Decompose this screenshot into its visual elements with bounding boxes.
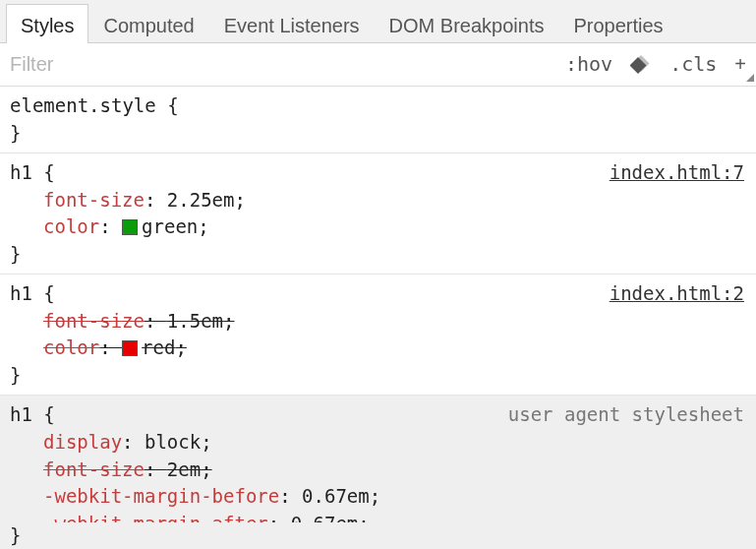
css-declaration[interactable]: font-size: 2.25em;	[10, 187, 746, 214]
css-rule[interactable]: element.style {}	[0, 87, 756, 153]
styles-tabs: Styles Computed Event Listeners DOM Brea…	[0, 0, 756, 43]
tab-styles[interactable]: Styles	[6, 4, 88, 42]
rule-close-brace: }	[10, 120, 746, 148]
source-link[interactable]: index.html:2	[610, 280, 744, 308]
tab-properties[interactable]: Properties	[558, 4, 677, 42]
rule-close-brace: }	[10, 522, 746, 549]
plus-icon: +	[734, 53, 746, 76]
filter-input[interactable]	[10, 53, 548, 76]
dropdown-triangle-icon	[746, 74, 754, 82]
color-swatch[interactable]	[122, 340, 138, 356]
css-declaration[interactable]: display: block;	[10, 429, 746, 457]
cls-toggle[interactable]: .cls	[669, 50, 717, 79]
css-declaration[interactable]: -webkit-margin-before: 0.67em;	[10, 483, 746, 511]
rule-close-brace: }	[10, 362, 746, 390]
tab-dom-breakpoints[interactable]: DOM Breakpoints	[375, 4, 559, 42]
css-rule[interactable]: user agent stylesheeth1 {display: block;…	[0, 396, 756, 549]
tab-event-listeners[interactable]: Event Listeners	[209, 4, 375, 42]
css-declaration[interactable]: color: green;	[10, 214, 746, 241]
css-rule[interactable]: index.html:2h1 {font-size: 1.5em;color: …	[0, 274, 756, 396]
tab-computed[interactable]: Computed	[88, 4, 208, 42]
hov-toggle[interactable]: :hov	[565, 50, 612, 79]
element-classes-icon[interactable]	[630, 54, 652, 76]
css-rule[interactable]: index.html:7h1 {font-size: 2.25em;color:…	[0, 153, 756, 274]
rule-close-brace: }	[10, 241, 746, 269]
css-declaration[interactable]: -webkit-margin-after: 0.67em;	[10, 511, 746, 522]
diamond-icon	[630, 54, 652, 76]
css-declaration[interactable]: font-size: 1.5em;	[10, 308, 746, 336]
source-label: user agent stylesheet	[508, 401, 744, 429]
source-link[interactable]: index.html:7	[610, 159, 744, 187]
css-rules-list: element.style {}index.html:7h1 {font-siz…	[0, 87, 756, 549]
new-style-rule-button[interactable]: +	[734, 53, 746, 76]
rule-selector[interactable]: element.style {	[10, 92, 746, 120]
css-declaration[interactable]: color: red;	[10, 335, 746, 362]
styles-toolbar: :hov .cls +	[0, 43, 756, 87]
css-declaration[interactable]: font-size: 2em;	[10, 457, 746, 484]
color-swatch[interactable]	[122, 219, 138, 235]
